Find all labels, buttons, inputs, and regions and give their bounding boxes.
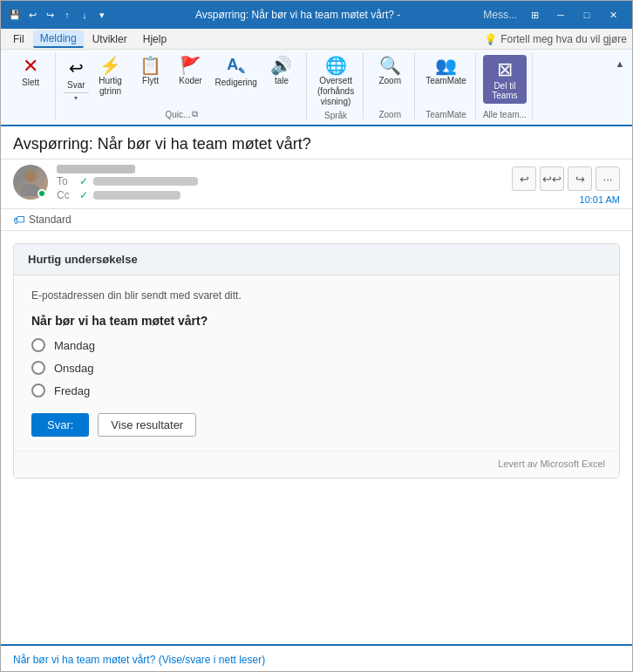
- tag-label: Standard: [29, 214, 71, 226]
- tale-button[interactable]: 🔊 tale: [262, 55, 301, 88]
- more-actions-button[interactable]: ···: [596, 166, 620, 191]
- radio-fredag[interactable]: [31, 384, 45, 397]
- radio-mandag[interactable]: [31, 338, 45, 352]
- teammate-button[interactable]: 👥 TeamMate: [422, 55, 470, 88]
- oversett-label: Oversett(forhåndsvisning): [317, 76, 354, 107]
- online-status-dot: [37, 189, 46, 198]
- email-tag-row: 🏷 Standard: [1, 209, 632, 231]
- teammate-label: TeamMate: [425, 76, 466, 86]
- redigering-label: Redigering: [215, 78, 257, 88]
- email-actions: ↩ ↩↩ ↪ ···: [512, 166, 620, 191]
- svar-icon: ↩: [69, 58, 84, 78]
- close-button[interactable]: ✕: [601, 5, 625, 24]
- email-meta: To ✓ Cc ✓ ↩ ↩↩ ↪ ··· 10:01 AM: [1, 160, 632, 209]
- koder-label: Koder: [179, 76, 202, 86]
- undo-icon[interactable]: ↩: [25, 8, 39, 22]
- tell-me-box[interactable]: 💡 Fortell meg hva du vil gjøre: [484, 33, 627, 45]
- menu-utvikler[interactable]: Utvikler: [85, 31, 134, 47]
- email-subject: Avspørring: Når bør vi ha team møtet vår…: [1, 126, 632, 160]
- main-content: Avspørring: Når bør vi ha team møtet vår…: [1, 126, 632, 672]
- survey-option-fredag[interactable]: Fredag: [31, 384, 602, 397]
- cc-value: [93, 191, 180, 200]
- window-title: Avspørring: Når bør vi ha team møtet vår…: [118, 9, 478, 21]
- email-time: 10:01 AM: [580, 194, 620, 205]
- flytt-label: Flytt: [142, 76, 159, 86]
- ribbon-group-spraak: 🌐 Oversett(forhåndsvisning) Språk: [309, 53, 364, 119]
- to-value: [93, 177, 198, 186]
- forward-button[interactable]: ↪: [568, 166, 592, 191]
- reply-button[interactable]: ↩: [512, 166, 536, 191]
- tell-me-text[interactable]: Fortell meg hva du vil gjøre: [500, 33, 627, 45]
- option-fredag-label: Fredag: [54, 384, 90, 397]
- to-check-icon: ✓: [79, 175, 88, 187]
- ribbon-group-teammate-label: TeamMate: [425, 108, 466, 119]
- ribbon-collapse-icon[interactable]: ▲: [613, 57, 627, 71]
- redigering-icon: A✎: [227, 57, 245, 76]
- results-button[interactable]: Vise resultater: [98, 413, 196, 437]
- teams-label: Del tilTeams: [492, 81, 517, 100]
- tale-label: tale: [275, 76, 289, 86]
- hurtig-button[interactable]: ⚡ Hurtiggtrinn: [92, 55, 130, 98]
- upload-icon[interactable]: ↑: [60, 8, 74, 22]
- zoom-button[interactable]: 🔍 Zoom: [371, 55, 409, 88]
- koder-icon: 🚩: [180, 57, 201, 74]
- flytt-icon: 📋: [140, 57, 161, 74]
- redo-icon[interactable]: ↪: [43, 8, 57, 22]
- minimize-button[interactable]: ─: [548, 5, 573, 24]
- slett-button[interactable]: ✕ Slett: [11, 55, 50, 90]
- oversett-button[interactable]: 🌐 Oversett(forhåndsvisning): [314, 55, 357, 109]
- survey-body: E-postadressen din blir sendt med svaret…: [14, 275, 619, 451]
- koder-button[interactable]: 🚩 Koder: [172, 55, 210, 88]
- ribbon-group-spraak-label: Språk: [324, 109, 347, 120]
- svar-button[interactable]: ↩ Svar ▾: [63, 55, 90, 104]
- menu-bar: Fil Melding Utvikler Hjelp 💡 Fortell meg…: [1, 29, 632, 50]
- download-icon[interactable]: ↓: [78, 8, 92, 22]
- cc-row: Cc ✓: [57, 189, 620, 201]
- to-label: To: [57, 175, 74, 187]
- menu-fil[interactable]: Fil: [6, 31, 31, 47]
- survey-actions: Svar: Vise resultater: [31, 413, 602, 437]
- bottom-link-bar: Når bør vi ha team møtet vårt? (Vise/sva…: [1, 644, 632, 672]
- hurtig-icon: ⚡: [99, 57, 121, 74]
- sender-name: [57, 165, 135, 173]
- survey-card: Hurtig undersøkelse E-postadressen din b…: [13, 243, 620, 479]
- cc-check-icon: ✓: [79, 189, 88, 201]
- del-til-teams-button[interactable]: ⊠ Del tilTeams: [483, 55, 527, 104]
- survey-note: E-postadressen din blir sendt med svaret…: [31, 289, 602, 302]
- ribbon-group-teammate: 👥 TeamMate TeamMate: [417, 53, 476, 119]
- reply-all-button[interactable]: ↩↩: [540, 166, 564, 191]
- dropdown-icon[interactable]: ▾: [95, 8, 109, 22]
- survey-footer: Levert av Microsoft Excel: [14, 451, 619, 478]
- survey-option-onsdag[interactable]: Onsdag: [31, 361, 602, 375]
- email-scroll-area[interactable]: Avspørring: Når bør vi ha team møtet vår…: [1, 126, 632, 644]
- ribbon-group-quick: ↩ Svar ▾ ⚡ Hurtiggtrinn 📋 Flytt 🚩 Koder …: [58, 53, 307, 119]
- save-icon[interactable]: 💾: [8, 8, 22, 22]
- title-bar: 💾 ↩ ↪ ↑ ↓ ▾ Avspørring: Når bør vi ha te…: [1, 1, 632, 29]
- radio-onsdag[interactable]: [31, 361, 45, 375]
- tile-icon[interactable]: ⊞: [522, 5, 547, 24]
- submit-button[interactable]: Svar:: [31, 413, 89, 437]
- ribbon-group-zoom: 🔍 Zoom Zoom: [365, 53, 415, 119]
- option-mandag-label: Mandag: [54, 339, 95, 352]
- survey-option-mandag[interactable]: Mandag: [31, 338, 602, 352]
- ribbon-group-quick-label: Quic... ⧉: [166, 107, 199, 119]
- menu-hjelp[interactable]: Hjelp: [136, 31, 174, 47]
- oversett-icon: 🌐: [325, 57, 347, 74]
- ribbon-group-teams: ⊠ Del tilTeams Alle team...: [478, 53, 533, 119]
- svar-dropdown-icon[interactable]: ▾: [64, 93, 89, 103]
- lightbulb-icon: 💡: [484, 33, 497, 45]
- bottom-link[interactable]: Når bør vi ha team møtet vårt? (Vise/sva…: [13, 654, 265, 666]
- menu-melding[interactable]: Melding: [33, 31, 84, 48]
- maximize-button[interactable]: □: [575, 5, 599, 24]
- app-name: Mess...: [483, 9, 517, 21]
- ribbon: ✕ Slett ↩ Svar ▾ ⚡ Hurtiggtrinn 📋 Flytt: [1, 50, 632, 126]
- zoom-label: Zoom: [378, 76, 401, 86]
- redigering-button[interactable]: A✎ Redigering: [212, 55, 261, 90]
- slett-label: Slett: [22, 78, 39, 88]
- zoom-icon: 🔍: [379, 57, 401, 74]
- title-bar-quick-access[interactable]: 💾 ↩ ↪ ↑ ↓ ▾: [8, 8, 109, 22]
- window-controls[interactable]: ⊞ ─ □ ✕: [522, 5, 625, 24]
- cc-label: Cc: [57, 189, 74, 201]
- quick-settings-icon[interactable]: ⧉: [192, 109, 198, 119]
- flytt-button[interactable]: 📋 Flytt: [132, 55, 170, 88]
